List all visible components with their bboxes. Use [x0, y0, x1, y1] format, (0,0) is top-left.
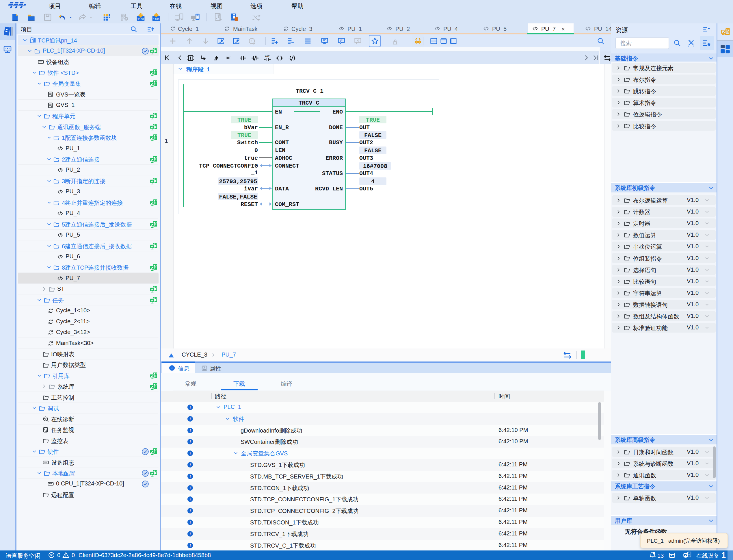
- svg-text:i: i: [190, 497, 191, 501]
- svg-text:i: i: [190, 440, 191, 444]
- svg-text:i: i: [190, 463, 191, 467]
- svg-text:i: i: [190, 417, 191, 421]
- svg-text:i: i: [190, 544, 191, 548]
- svg-text:1100: 1100: [138, 18, 144, 21]
- svg-text:i: i: [190, 520, 191, 524]
- svg-text:i: i: [190, 532, 191, 536]
- svg-text:1: 1: [251, 39, 253, 43]
- svg-text:i: i: [190, 509, 191, 513]
- svg-text:NOT: NOT: [265, 55, 270, 58]
- svg-text:i: i: [190, 486, 191, 490]
- svg-text:i: i: [190, 405, 191, 409]
- svg-text:i: i: [172, 366, 173, 370]
- svg-text:i: i: [190, 451, 191, 455]
- svg-text:i: i: [190, 474, 191, 479]
- svg-text:1100: 1100: [153, 18, 160, 21]
- svg-text:/*: /*: [340, 38, 343, 42]
- svg-text:i: i: [190, 429, 191, 433]
